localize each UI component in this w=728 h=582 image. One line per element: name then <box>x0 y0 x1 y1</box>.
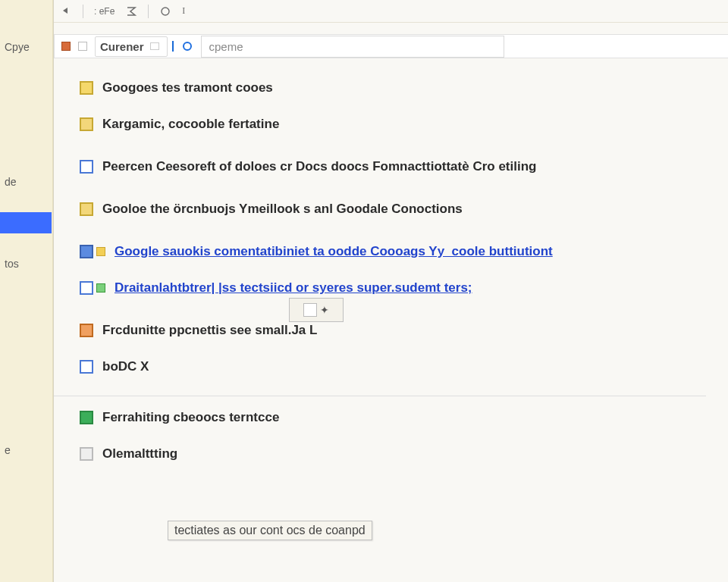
doc-icon <box>80 160 93 174</box>
sum-icon[interactable] <box>125 5 137 17</box>
circle-icon[interactable] <box>159 5 171 17</box>
cursor-glyph: ✦ <box>320 304 329 316</box>
item-label: Peercen Ceesoreft of doloes cr Docs dooc… <box>102 159 536 174</box>
cursor-hover-box: ✦ <box>289 298 344 322</box>
doc-icon <box>80 117 93 131</box>
sub-icon <box>96 247 105 256</box>
chip-close-icon[interactable] <box>150 42 159 50</box>
chip-label: Curener <box>100 40 144 53</box>
svg-point-1 <box>184 42 191 50</box>
doc-icon <box>80 202 93 216</box>
app-icon[interactable] <box>61 42 71 51</box>
doc-icon <box>80 447 93 461</box>
search-input[interactable]: cpeme <box>201 36 504 58</box>
item-label: Ferrahiting cbeoocs terntcce <box>102 410 279 425</box>
doc-icon <box>80 324 93 337</box>
section-divider <box>54 396 706 396</box>
list-item[interactable]: Frcdunitte ppcnettis see small.Ja L <box>77 306 698 349</box>
filter-bar: Curener cpeme <box>54 34 728 58</box>
item-label: Olemalttting <box>102 446 177 462</box>
item-label: Google sauokis comentatibiniet ta oodde … <box>115 244 553 259</box>
item-label: Draitanlahtbtrer| |ss tectsiicd or syere… <box>115 280 472 296</box>
item-label: boDC X <box>102 359 149 374</box>
list-item[interactable]: Kargamic, cocooble fertatine <box>77 106 698 142</box>
item-label: Kargamic, cocooble fertatine <box>102 117 279 132</box>
tooltip: tectiates as our cont ocs de coanpd <box>168 521 372 540</box>
toolbar-cursor-hint: I <box>182 5 185 17</box>
item-label: Frcdunitte ppcnettis see small.Ja L <box>102 323 317 338</box>
sidebar-label-tos[interactable]: tos <box>0 258 19 270</box>
svg-point-0 <box>162 8 169 15</box>
sidebar-label-e[interactable]: e <box>0 444 11 456</box>
undo-icon[interactable] <box>60 5 72 17</box>
main-panel: : eFe I Curener cpeme <box>53 0 728 582</box>
list-item[interactable]: Googoes tes tramont cooes <box>77 70 698 106</box>
list-item[interactable]: boDC X <box>77 349 698 385</box>
current-chip[interactable]: Curener <box>95 36 168 57</box>
caret-icon <box>171 41 174 52</box>
sidebar-label-cpye: Cpye <box>0 41 30 53</box>
left-sidebar: Cpye de tos e <box>0 0 53 582</box>
list-item[interactable]: Gooloe the örcnbuojs Ymeillook s anl Goo… <box>77 185 698 227</box>
document-list: Googoes tes tramont cooes Kargamic, coco… <box>77 70 698 472</box>
doc-icon <box>80 281 93 295</box>
toolbar-text-efe: : eFe <box>94 6 115 17</box>
sub-icon <box>96 283 105 293</box>
list-item[interactable]: Ferrahiting cbeoocs terntcce <box>77 399 698 436</box>
doc-icon <box>80 411 93 424</box>
sidebar-selected-item[interactable] <box>0 212 52 233</box>
badge-icon[interactable] <box>78 42 87 51</box>
doc-icon <box>80 360 93 374</box>
toolbar-separator <box>148 5 149 18</box>
list-item[interactable]: Olemalttting <box>77 436 698 472</box>
cursor-inner-box <box>303 303 317 317</box>
item-label: Gooloe the örcnbuojs Ymeillook s anl Goo… <box>102 202 463 217</box>
list-item[interactable]: Google sauokis comentatibiniet ta oodde … <box>77 227 698 270</box>
list-item[interactable]: Peercen Ceesoreft of doloes cr Docs dooc… <box>77 142 698 185</box>
list-item[interactable]: Draitanlahtbtrer| |ss tectsiicd or syere… <box>77 270 698 306</box>
top-toolbar: : eFe I <box>54 0 728 23</box>
doc-icon <box>80 245 93 258</box>
blue-ring-icon[interactable] <box>181 40 193 52</box>
toolbar-separator <box>83 5 83 18</box>
sidebar-label-de[interactable]: de <box>0 176 17 188</box>
doc-icon <box>80 81 93 95</box>
item-label: Googoes tes tramont cooes <box>102 80 273 95</box>
